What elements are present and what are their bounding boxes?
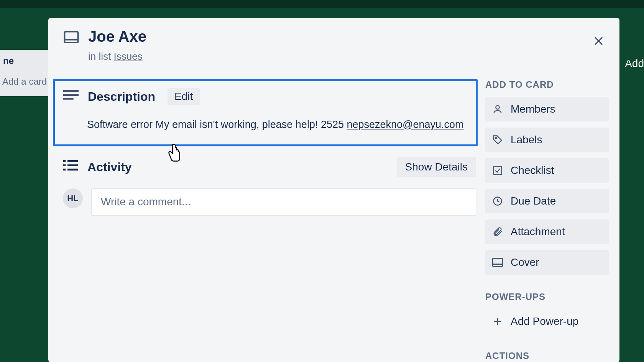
svg-rect-11 <box>63 169 66 170</box>
list-link[interactable]: Issues <box>113 51 142 62</box>
activity-heading: Activity <box>87 160 388 174</box>
close-button[interactable] <box>590 32 608 50</box>
cover-button[interactable]: Cover <box>485 250 609 275</box>
svg-rect-7 <box>63 160 66 162</box>
cover-label: Cover <box>511 256 539 269</box>
due-date-label: Due Date <box>511 195 556 207</box>
members-button[interactable]: Members <box>485 97 609 121</box>
description-icon <box>63 90 79 103</box>
labels-button[interactable]: Labels <box>485 128 609 152</box>
card-header: Joe Axe in list Issues <box>48 27 619 62</box>
close-icon <box>593 35 605 47</box>
comment-row: HL Write a comment... <box>53 188 478 215</box>
add-list-right[interactable]: Add <box>625 57 644 70</box>
description-section: Description Edit Software error My email… <box>53 79 478 146</box>
comment-input[interactable]: Write a comment... <box>91 188 476 215</box>
main-column: Description Edit Software error My email… <box>48 79 485 362</box>
svg-rect-17 <box>493 259 503 267</box>
avatar[interactable]: HL <box>63 188 83 208</box>
add-powerup-button[interactable]: Add Power-up <box>485 309 609 334</box>
show-details-button[interactable]: Show Details <box>397 157 476 177</box>
description-heading: Description <box>88 90 155 104</box>
edit-description-button[interactable]: Edit <box>168 88 200 105</box>
svg-point-13 <box>496 106 499 109</box>
app-header <box>0 0 644 8</box>
clock-icon <box>492 196 503 206</box>
add-powerup-label: Add Power-up <box>511 315 578 328</box>
card-modal: Joe Axe in list Issues Description Edit … <box>48 18 619 362</box>
svg-rect-12 <box>67 169 78 170</box>
activity-icon <box>63 160 78 174</box>
checklist-icon <box>492 165 503 176</box>
user-icon <box>492 104 503 115</box>
svg-rect-6 <box>63 98 74 100</box>
due-date-button[interactable]: Due Date <box>485 189 609 213</box>
card-subtitle: in list Issues <box>88 51 146 62</box>
card-title[interactable]: Joe Axe <box>88 28 146 45</box>
sidebar: ADD TO CARD Members Labels Checklist Due… <box>485 79 619 362</box>
labels-label: Labels <box>511 134 542 146</box>
checklist-button[interactable]: Checklist <box>485 158 609 183</box>
inlist-prefix: in list <box>88 51 113 62</box>
description-body-text: Software error My email isn't working, p… <box>87 119 347 130</box>
svg-rect-10 <box>67 164 78 166</box>
svg-rect-15 <box>494 167 502 175</box>
svg-rect-9 <box>63 164 66 166</box>
checklist-label: Checklist <box>511 164 554 177</box>
actions-heading: ACTIONS <box>485 351 609 361</box>
plus-icon <box>492 316 503 327</box>
description-email-link[interactable]: nepsezekno@enayu.com <box>347 119 463 130</box>
attachment-icon <box>492 226 503 237</box>
add-card-link[interactable]: Add a card <box>0 76 53 87</box>
svg-point-14 <box>495 138 497 139</box>
card-icon <box>64 31 79 45</box>
svg-rect-2 <box>64 32 78 43</box>
powerups-heading: POWER-UPS <box>485 292 609 302</box>
description-text[interactable]: Software error My email isn't working, p… <box>87 118 467 131</box>
svg-rect-4 <box>63 90 79 92</box>
members-label: Members <box>511 103 555 115</box>
tag-icon <box>492 134 503 145</box>
list-title: ne <box>0 56 53 76</box>
svg-rect-5 <box>63 94 79 96</box>
cover-icon <box>492 258 503 267</box>
add-to-card-heading: ADD TO CARD <box>485 79 609 90</box>
attachment-button[interactable]: Attachment <box>485 219 609 244</box>
attachment-label: Attachment <box>511 226 565 238</box>
activity-section-header: Activity Show Details <box>53 157 478 177</box>
svg-rect-8 <box>67 160 78 162</box>
